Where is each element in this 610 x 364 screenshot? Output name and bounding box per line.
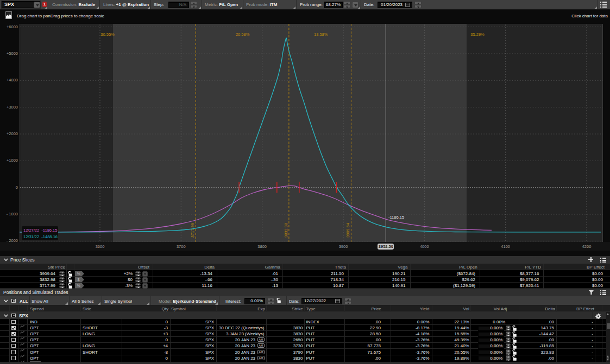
svg-text:12/27/22 -1186.15: 12/27/22 -1186.15 bbox=[23, 228, 57, 233]
svg-text:3832.98: 3832.98 bbox=[284, 223, 288, 238]
svg-text:13.58%: 13.58% bbox=[314, 32, 328, 37]
svg-text:3909.64: 3909.64 bbox=[345, 223, 350, 238]
svg-text:30.55%: 30.55% bbox=[100, 32, 115, 37]
svg-text:-1186.15: -1186.15 bbox=[388, 215, 404, 220]
svg-text:35.29%: 35.29% bbox=[470, 32, 485, 37]
svg-text:3717.99: 3717.99 bbox=[190, 223, 195, 238]
svg-text:12/31/22 -1488.16: 12/31/22 -1488.16 bbox=[23, 234, 58, 239]
svg-text:20.58%: 20.58% bbox=[236, 32, 250, 37]
